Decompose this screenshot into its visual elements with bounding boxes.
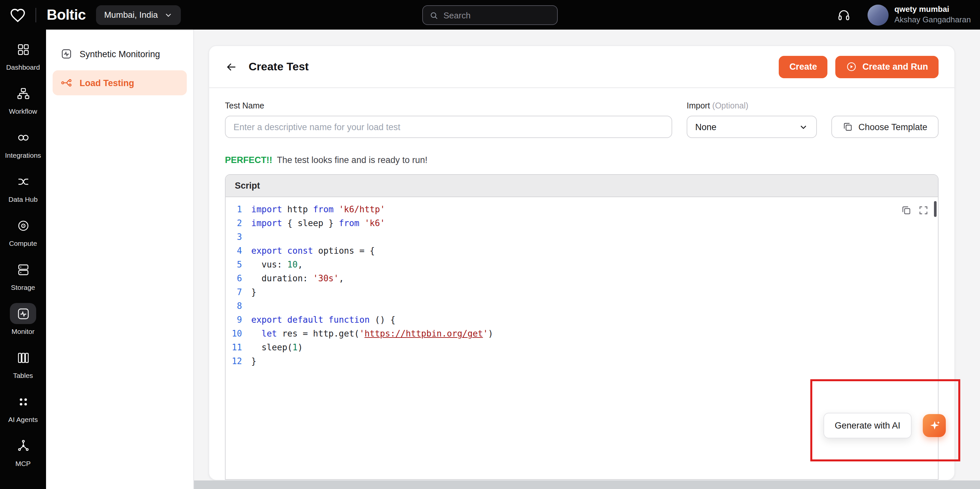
user-meta: qwety mumbai Akshay Gangadharan xyxy=(894,5,971,25)
topbar: Boltic Mumbai, India qwety mumbai Akshay… xyxy=(0,0,980,30)
search-box[interactable] xyxy=(422,5,558,25)
choose-template-button[interactable]: Choose Template xyxy=(831,116,939,138)
create-and-run-label: Create and Run xyxy=(862,62,928,71)
sidebar-item-monitor[interactable]: Monitor xyxy=(0,303,46,335)
status-highlight: PERFECT!! xyxy=(225,155,272,165)
code-actions xyxy=(901,205,929,216)
sidebar-item-integrations[interactable]: Integrations xyxy=(0,127,46,159)
sidebar-item-tables[interactable]: Tables xyxy=(0,347,46,379)
dots-icon xyxy=(10,391,36,412)
sparkle-icon xyxy=(928,419,941,432)
topbar-divider xyxy=(35,8,36,22)
sidebar-item-label: Dashboard xyxy=(6,63,40,71)
region-selector[interactable]: Mumbai, India xyxy=(96,5,181,25)
user-avatar[interactable] xyxy=(867,4,889,25)
annotation-highlight: Generate with AI xyxy=(810,379,960,461)
monitor-pulse-icon xyxy=(60,48,72,60)
play-circle-icon xyxy=(846,61,857,72)
secondary-sidebar: Synthetic Monitoring Load Testing xyxy=(46,30,194,489)
script-header: Script xyxy=(226,175,938,197)
nav-item-label: Load Testing xyxy=(80,78,134,88)
header-actions: Create Create and Run xyxy=(779,56,939,78)
status-message: The test looks fine and is ready to run! xyxy=(277,155,428,165)
import-optional-label: (Optional) xyxy=(712,101,748,110)
nav-item-label: Synthetic Monitoring xyxy=(80,49,160,59)
test-name-field: Test Name xyxy=(225,101,672,138)
topbar-left: Boltic Mumbai, India xyxy=(0,5,181,25)
sidebar-item-dashboard[interactable]: Dashboard xyxy=(0,39,46,71)
sidebar-item-storage[interactable]: Storage xyxy=(0,259,46,291)
grid-icon xyxy=(10,39,36,60)
chevron-down-icon xyxy=(799,122,808,132)
boltic-logo-icon[interactable] xyxy=(9,6,26,23)
import-field: Import (Optional) None xyxy=(687,101,817,138)
nodes-icon xyxy=(10,435,36,456)
sitemap-icon xyxy=(10,83,36,104)
headphones-icon[interactable] xyxy=(837,8,850,21)
target-icon xyxy=(10,215,36,236)
code-lines: 1import http from 'k6/http'2import { sle… xyxy=(226,202,938,368)
sidebar-item-mcp[interactable]: MCP xyxy=(0,435,46,467)
columns-icon xyxy=(10,347,36,368)
sidebar-item-label: Storage xyxy=(11,283,35,291)
scrollbar-thumb[interactable] xyxy=(934,201,937,217)
ai-sparkle-button[interactable] xyxy=(923,414,946,437)
test-name-label: Test Name xyxy=(225,101,672,110)
sidebar-item-compute[interactable]: Compute xyxy=(0,215,46,247)
shuffle-icon xyxy=(10,171,36,192)
user-name: qwety mumbai xyxy=(894,5,971,15)
main-content: Create Test Create Create and Run Test N… xyxy=(194,30,980,489)
sidebar-item-label: AI Agents xyxy=(8,415,38,423)
sidebar-item-data-hub[interactable]: Data Hub xyxy=(0,171,46,203)
sidebar-item-label: Monitor xyxy=(11,327,35,335)
arrow-left-icon xyxy=(225,60,238,73)
primary-sidebar: Dashboard Workflow Integrations Data Hub… xyxy=(0,30,46,489)
chevron-down-icon xyxy=(164,10,173,19)
rings-icon xyxy=(10,127,36,148)
search-input[interactable] xyxy=(444,10,550,20)
sidebar-item-label: Compute xyxy=(9,239,37,247)
region-label: Mumbai, India xyxy=(104,10,158,20)
create-button[interactable]: Create xyxy=(779,56,827,78)
fullscreen-icon[interactable] xyxy=(918,205,929,216)
import-select[interactable]: None xyxy=(687,116,817,138)
horizontal-scrollbar[interactable] xyxy=(194,481,980,489)
card-header: Create Test Create Create and Run xyxy=(209,46,955,88)
sidebar-item-label: Tables xyxy=(13,372,33,379)
form-row: Test Name Import (Optional) None Choose … xyxy=(209,88,955,138)
nav-item-synthetic-monitoring[interactable]: Synthetic Monitoring xyxy=(52,41,187,67)
copy-code-icon[interactable] xyxy=(901,205,912,216)
server-icon xyxy=(10,259,36,280)
import-label: Import (Optional) xyxy=(687,101,817,110)
topbar-right: qwety mumbai Akshay Gangadharan xyxy=(837,0,971,30)
user-subtitle: Akshay Gangadharan xyxy=(894,15,971,25)
monitor-pulse-icon xyxy=(10,303,36,324)
test-name-input[interactable] xyxy=(225,116,672,138)
branch-icon xyxy=(60,77,72,89)
app-root: Boltic Mumbai, India qwety mumbai Akshay… xyxy=(0,0,980,489)
sidebar-item-label: Integrations xyxy=(5,151,41,159)
search-icon xyxy=(430,10,438,20)
sidebar-item-label: MCP xyxy=(16,459,31,467)
template-icon xyxy=(843,122,853,132)
create-and-run-button[interactable]: Create and Run xyxy=(835,56,939,78)
brand-wordmark: Boltic xyxy=(47,6,86,23)
page-title: Create Test xyxy=(249,60,309,73)
sidebar-item-label: Data Hub xyxy=(8,195,38,203)
back-button[interactable] xyxy=(225,60,238,73)
choose-template-label: Choose Template xyxy=(858,122,928,132)
generate-with-ai-button[interactable]: Generate with AI xyxy=(824,413,912,438)
sidebar-item-label: Workflow xyxy=(9,107,37,115)
sidebar-item-workflow[interactable]: Workflow xyxy=(0,83,46,115)
sidebar-item-ai-agents[interactable]: AI Agents xyxy=(0,391,46,423)
import-select-value: None xyxy=(695,122,717,132)
nav-item-load-testing[interactable]: Load Testing xyxy=(52,70,187,95)
status-line: PERFECT!!The test looks fine and is read… xyxy=(209,138,955,165)
